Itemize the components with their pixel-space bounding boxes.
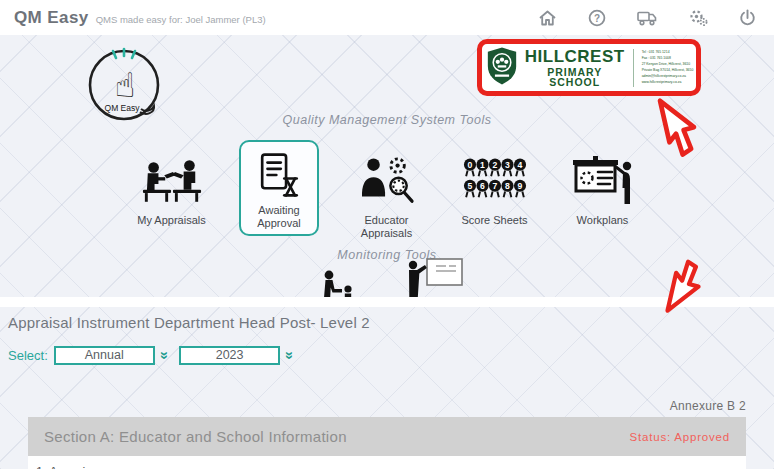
settings-gears-icon[interactable] <box>689 9 708 27</box>
header-nav: ? <box>538 9 760 27</box>
annotation-box-top-logo: HILLCREST PRIMARY SCHOOL Tel : 031 765 1… <box>477 39 701 96</box>
annotation-arrow-bottom <box>652 250 714 314</box>
svg-text:6: 6 <box>480 181 485 191</box>
presentation-board-icon <box>572 150 634 206</box>
people-desks-icon <box>141 150 203 206</box>
tool-label: My Appraisals <box>137 214 205 227</box>
tool-label: Workplans <box>577 214 629 227</box>
power-icon[interactable] <box>739 9 756 27</box>
svg-text:5: 5 <box>467 181 472 191</box>
year-chevron-icon[interactable]: » <box>283 351 298 359</box>
svg-text:9: 9 <box>517 181 522 191</box>
status-badge: Status: Approved <box>630 431 730 443</box>
section-a-header: Section A: Educator and School Informati… <box>28 417 746 456</box>
select-label: Select: <box>8 348 48 363</box>
educator-gears-magnifier-icon <box>359 150 415 206</box>
transport-icon[interactable] <box>637 10 658 26</box>
period-select-row: Select: Annual » 2023 » <box>8 346 298 365</box>
svg-text:4: 4 <box>517 160 522 170</box>
document-hourglass-icon <box>259 150 299 198</box>
tool-educator-appraisals[interactable]: Educator Appraisals <box>338 140 435 240</box>
year-select[interactable]: 2023 <box>179 346 280 365</box>
app-subtitle: QMS made easy for: Joel Jammer (PL3) <box>96 11 266 25</box>
appraisal-title: Appraisal Instrument Department Head Pos… <box>8 314 370 331</box>
home-icon[interactable] <box>538 9 557 26</box>
tool-label: Educator Appraisals <box>348 214 426 240</box>
tool-label: Score Sheets <box>461 214 527 227</box>
logo-divider <box>633 49 634 87</box>
first-question-partial: 1. Appraisee <box>36 465 106 469</box>
period-select[interactable]: Annual <box>54 346 155 365</box>
school-name: HILLCREST PRIMARY SCHOOL <box>525 48 625 88</box>
snapping-hand-icon: ☝ <box>115 65 136 105</box>
appraisal-panel: Appraisal Instrument Department Head Pos… <box>0 297 774 469</box>
school-logo-top: HILLCREST PRIMARY SCHOOL Tel : 031 765 1… <box>479 44 700 92</box>
section-a-title: Section A: Educator and School Informati… <box>44 428 347 445</box>
svg-text:3: 3 <box>505 160 510 170</box>
spark-lines-icon <box>113 49 135 58</box>
tool-awaiting-approval[interactable]: Awaiting Approval <box>239 140 319 236</box>
svg-text:?: ? <box>594 12 600 23</box>
top-header: QM Easy QMS made easy for: Joel Jammer (… <box>0 0 774 35</box>
tool-label: Awaiting Approval <box>243 204 315 230</box>
svg-text:7: 7 <box>492 181 497 191</box>
period-chevron-icon[interactable]: » <box>157 351 172 359</box>
svg-text:2: 2 <box>492 160 497 170</box>
section-a-content: 1. Appraisee <box>28 456 746 469</box>
svg-text:1: 1 <box>480 160 485 170</box>
qm-easy-screen: QM Easy QMS made easy for: Joel Jammer (… <box>0 0 774 469</box>
tool-my-appraisals[interactable]: My Appraisals <box>123 140 220 227</box>
annotation-arrow-top <box>647 97 707 167</box>
app-title: QM Easy <box>14 8 89 28</box>
annexure-label: Annexure B 2 <box>670 399 746 413</box>
help-icon[interactable]: ? <box>588 9 606 27</box>
school-contact-details: Tel : 031 765 1214 Fax : 031 765 1008 27… <box>642 50 694 86</box>
appraisal-panel-body: Appraisal Instrument Department Head Pos… <box>0 307 774 469</box>
svg-text:QM Easy: QM Easy <box>105 103 141 113</box>
school-shield-icon <box>485 46 519 90</box>
svg-text:0: 0 <box>467 160 472 170</box>
tool-score-sheets[interactable]: 01234 56789 Score Sheets <box>446 140 543 227</box>
svg-text:8: 8 <box>505 181 510 191</box>
tool-workplans[interactable]: Workplans <box>554 140 651 227</box>
numbered-badges-icon: 01234 56789 <box>462 150 528 206</box>
